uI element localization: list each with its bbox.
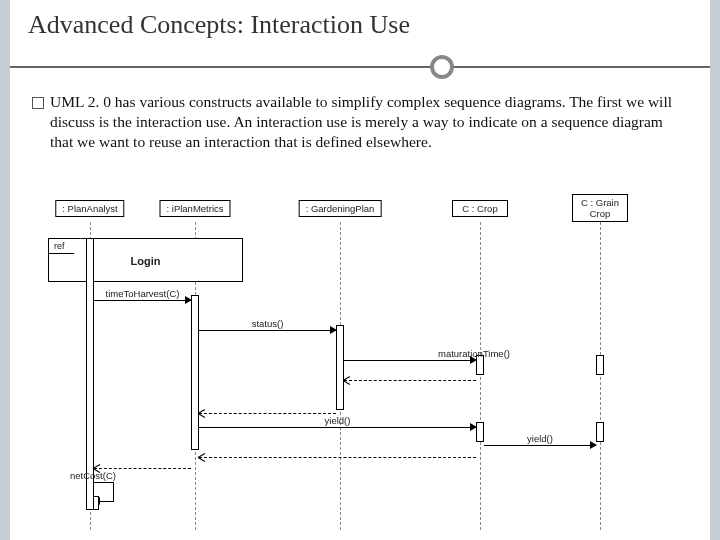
message: timeToHarvest(C) xyxy=(94,290,191,302)
activation xyxy=(596,422,604,442)
activation xyxy=(93,496,99,510)
lifeline xyxy=(600,222,601,530)
arrow-right-icon xyxy=(590,441,597,449)
message: yield() xyxy=(199,417,476,429)
arrow-left-icon xyxy=(198,452,206,462)
lifeline-head: C : Grain Crop xyxy=(572,194,628,222)
lifeline-head: : PlanAnalyst xyxy=(55,200,124,217)
return-message xyxy=(94,458,191,470)
return-message xyxy=(344,370,476,382)
message: yield() xyxy=(484,435,596,447)
slide: Advanced Concepts: Interaction Use UML 2… xyxy=(10,0,710,540)
sequence-diagram: : PlanAnalyst : iPlanMetrics : Gardening… xyxy=(40,200,690,534)
message-label: netCost(C) xyxy=(70,470,116,481)
arrow-left-icon xyxy=(343,375,351,385)
ref-label: Login xyxy=(131,255,161,267)
activation xyxy=(336,325,344,410)
bullet-icon xyxy=(32,97,44,109)
body: UML 2. 0 has various constructs availabl… xyxy=(10,88,710,152)
return-message xyxy=(199,447,476,459)
activation xyxy=(476,422,484,442)
message-label: yield() xyxy=(199,415,476,426)
slide-title: Advanced Concepts: Interaction Use xyxy=(10,0,710,48)
title-rule xyxy=(10,52,710,82)
arrow-right-icon xyxy=(470,356,477,364)
lifeline-head: C : Crop xyxy=(452,200,508,217)
message-label: timeToHarvest(C) xyxy=(94,288,191,299)
arrow-right-icon xyxy=(470,423,477,431)
lifeline-head: : GardeningPlan xyxy=(299,200,382,217)
arrow-right-icon xyxy=(330,326,337,334)
message-label: yield() xyxy=(484,433,596,444)
message: maturationTime() xyxy=(344,350,476,362)
body-text: UML 2. 0 has various constructs availabl… xyxy=(50,92,688,152)
lifeline-head: : iPlanMetrics xyxy=(159,200,230,217)
return-message xyxy=(199,403,336,415)
lifeline xyxy=(480,222,481,530)
arrow-right-icon xyxy=(185,296,192,304)
message: status() xyxy=(199,320,336,332)
ref-tag: ref xyxy=(48,238,81,254)
interaction-use-frame: ref Login xyxy=(48,238,243,282)
message-label: status() xyxy=(199,318,336,329)
activation xyxy=(191,295,199,450)
ring-icon xyxy=(430,55,454,79)
